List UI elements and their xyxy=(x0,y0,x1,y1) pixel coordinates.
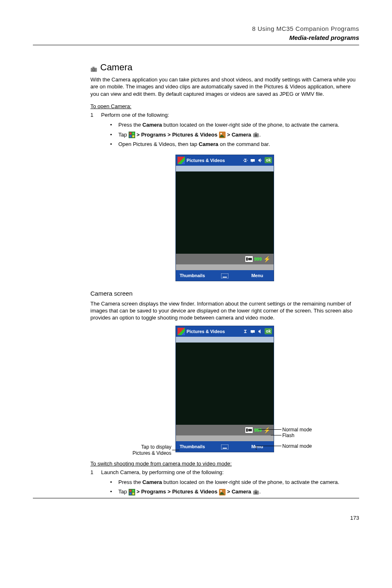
screenshot-1-wrap: Pictures & Videos ok 999 ⚡ xyxy=(90,155,359,281)
ss1-gap xyxy=(176,264,274,270)
message-icon xyxy=(250,329,256,334)
svg-rect-15 xyxy=(246,257,248,261)
svg-point-37 xyxy=(255,491,257,494)
ok-button: ok xyxy=(265,157,272,163)
svg-rect-38 xyxy=(255,490,257,491)
keyboard-icon xyxy=(209,444,241,449)
ann-line-flash xyxy=(271,435,281,435)
menu-button: Menu xyxy=(241,273,274,278)
svg-rect-16 xyxy=(248,258,252,260)
start-flag-icon xyxy=(129,132,135,138)
ss1-statusbar: 999 ⚡ xyxy=(176,254,274,264)
svg-point-35 xyxy=(220,490,222,492)
svg-rect-26 xyxy=(248,429,252,431)
main-content: Camera With the Camera application you c… xyxy=(90,62,359,495)
mode-indicator-icon xyxy=(245,256,253,262)
bullet-switch-press: Press the Camera button located on the l… xyxy=(110,479,359,486)
open-bullets: Press the Camera button located on the l… xyxy=(110,121,359,148)
svg-rect-30 xyxy=(129,490,131,492)
start-icon xyxy=(178,157,185,164)
bullet-switch-tap: Tap > Programs > Pictures & Videos > Cam… xyxy=(110,488,359,495)
ss2-gap xyxy=(176,435,274,441)
thumbnails-button: Thumbnails xyxy=(176,444,209,449)
step-text: Launch Camera, by performing one of the … xyxy=(101,469,224,475)
svg-rect-31 xyxy=(132,490,134,492)
svg-rect-17 xyxy=(221,273,228,278)
ann-tap-display: Tap to display Pictures & Videos xyxy=(122,444,171,457)
ss2-menubar: Thumbnails Menu xyxy=(176,441,274,452)
pictures-videos-icon xyxy=(219,489,226,495)
pictures-videos-icon xyxy=(219,132,226,138)
start-icon xyxy=(178,328,185,335)
camera-screenshot-1: Pictures & Videos ok 999 ⚡ xyxy=(175,155,274,281)
svg-rect-8 xyxy=(132,135,134,137)
svg-rect-6 xyxy=(132,132,134,134)
connectivity-icon xyxy=(242,329,248,334)
mode-indicator-icon xyxy=(245,427,253,433)
svg-rect-33 xyxy=(132,493,134,495)
flash-icon: ⚡ xyxy=(263,255,270,263)
svg-rect-27 xyxy=(221,444,228,449)
ss1-viewfinder xyxy=(176,171,274,254)
bullet-tap-programs: Tap > Programs > Pictures & Videos > Cam… xyxy=(110,131,359,139)
camera-screen-subheading: Camera screen xyxy=(90,289,359,298)
svg-rect-23 xyxy=(223,277,227,278)
ss1-menubar: Thumbnails Menu xyxy=(176,270,274,281)
ann-line-normal xyxy=(258,429,281,430)
thumbnails-button: Thumbnails xyxy=(176,273,209,278)
ss2-toolbar xyxy=(176,337,274,343)
ss1-titlebar: Pictures & Videos ok xyxy=(176,155,274,166)
ok-button: ok xyxy=(265,328,272,334)
switch-bullets: Press the Camera button located on the l… xyxy=(110,479,359,495)
camera-heading: Camera xyxy=(90,62,359,74)
section-title: Media-related programs xyxy=(33,34,359,42)
message-icon xyxy=(250,157,256,163)
open-camera-label: To open Camera: xyxy=(90,103,359,110)
step-number: 1 xyxy=(90,469,101,476)
svg-point-2 xyxy=(93,69,95,70)
camera-icon xyxy=(90,64,99,71)
volume-icon xyxy=(257,157,263,163)
camera-heading-text: Camera xyxy=(100,62,132,74)
menu-button: Menu xyxy=(241,444,274,449)
bullet-open-pictures: Open Pictures & Videos, then tap Camera … xyxy=(110,141,359,148)
remaining-count: 999 xyxy=(254,427,262,433)
intro-paragraph: With the Camera application you can take… xyxy=(90,76,359,98)
svg-rect-3 xyxy=(92,67,95,68)
remaining-count: 999 xyxy=(254,256,262,262)
camera-small-icon xyxy=(253,132,259,138)
step-text: Perform one of the following: xyxy=(101,112,169,118)
ss1-toolbar xyxy=(176,166,274,171)
chapter-title: 8 Using MC35 Companion Programs xyxy=(33,25,359,33)
camera-screen-paragraph: The Camera screen displays the view find… xyxy=(90,301,359,322)
svg-point-10 xyxy=(220,133,222,134)
ann-normal-mode-2: Normal mode xyxy=(282,443,312,450)
page-number: 173 xyxy=(33,515,359,522)
ann-flash: Flash xyxy=(282,433,294,439)
bullet-press-camera: Press the Camera button located on the l… xyxy=(110,121,359,129)
keyboard-icon xyxy=(209,273,241,278)
flash-icon: ⚡ xyxy=(263,426,270,434)
ss2-statusbar: 999 ⚡ xyxy=(176,425,274,435)
svg-rect-7 xyxy=(129,135,131,137)
step-1-open: 1Perform one of the following: xyxy=(90,112,359,119)
svg-rect-28 xyxy=(223,448,227,449)
svg-point-12 xyxy=(255,134,257,137)
header-rule xyxy=(33,45,359,45)
screenshot-2-wrap: Pictures & Videos ok 999 ⚡ xyxy=(90,326,359,452)
start-flag-icon xyxy=(129,489,135,495)
svg-rect-32 xyxy=(129,493,131,495)
page-header: 8 Using MC35 Companion Programs Media-re… xyxy=(33,25,359,42)
step-number: 1 xyxy=(90,112,101,119)
step-1-switch: 1Launch Camera, by performing one of the… xyxy=(90,469,359,476)
switch-mode-label: To switch shooting mode from camera mode… xyxy=(90,461,359,468)
ss2-viewfinder xyxy=(176,343,274,425)
ss2-title: Pictures & Videos xyxy=(187,329,225,334)
ss1-title: Pictures & Videos xyxy=(187,157,225,163)
svg-rect-25 xyxy=(246,428,248,432)
ss2-titlebar: Pictures & Videos ok xyxy=(176,326,274,337)
volume-icon xyxy=(257,329,263,334)
camera-screenshot-2: Pictures & Videos ok 999 ⚡ xyxy=(175,326,274,452)
footer-rule xyxy=(33,498,359,498)
connectivity-icon xyxy=(242,157,248,163)
